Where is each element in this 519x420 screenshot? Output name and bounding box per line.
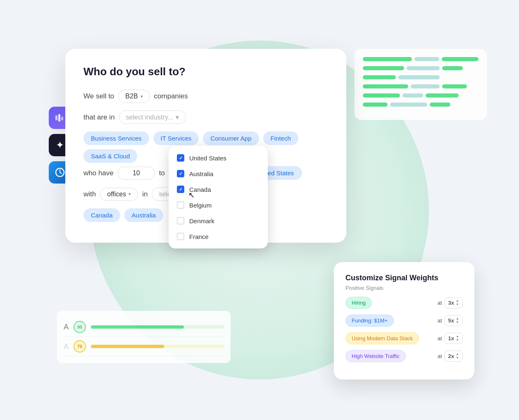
card-title: Who do you sell to?	[83, 65, 328, 78]
tag-fintech[interactable]: Fintech	[263, 131, 298, 145]
row2-prefix: that are in	[83, 113, 115, 122]
row4-in: in	[142, 190, 148, 198]
multiplier-value-hiring: 3x	[448, 300, 454, 306]
location-item-fr[interactable]: France	[169, 229, 268, 244]
row3-middle: to	[159, 169, 165, 177]
up-arrow-funding[interactable]: ▲	[456, 317, 459, 320]
signal-row-data-stack: Using Modern Data Stack at 1x ▲ ▼	[345, 332, 463, 344]
signal-row-traffic: High Website Traffic at 2x ▲ ▼	[345, 350, 463, 362]
at-label-1: at	[438, 300, 442, 306]
multiplier-box-data-stack[interactable]: 1x ▲ ▼	[445, 333, 463, 344]
up-arrow-traffic[interactable]: ▲	[456, 353, 459, 356]
b2b-dropdown[interactable]: B2B ▾	[118, 90, 150, 103]
row1-suffix: companies	[154, 92, 188, 100]
background-bars-panel	[355, 49, 487, 120]
signal-tag-funding[interactable]: Funding: $1M+	[345, 315, 394, 327]
industry-dropdown[interactable]: select industry... ▾	[119, 110, 186, 124]
checkbox-fr[interactable]	[177, 233, 184, 240]
offices-dropdown[interactable]: offices ▾	[100, 188, 138, 201]
location-dropdown-list: United States Australia Canada Belgium D…	[169, 146, 268, 248]
signal-row-funding: Funding: $1M+ at 5x ▲ ▼	[345, 315, 463, 327]
row-industry: that are in select industry... ▾	[83, 110, 328, 124]
cursor: ↖	[188, 191, 195, 200]
svg-rect-2	[61, 117, 63, 120]
signal-row-hiring: Hiring at 3x ▲ ▼	[345, 297, 463, 309]
background-table: A 90 A 75	[57, 311, 231, 363]
checkbox-dk[interactable]	[177, 217, 184, 224]
table-row: A 90	[64, 317, 224, 337]
checkbox-au[interactable]	[177, 170, 184, 177]
signal-weights-card: Customize Signal Weights Positive Signal…	[334, 262, 474, 379]
multiplier-data-stack: at 1x ▲ ▼	[438, 333, 463, 344]
checkbox-be[interactable]	[177, 201, 184, 209]
tag-saas-cloud[interactable]: SaaS & Cloud	[83, 149, 137, 163]
down-arrow-hiring[interactable]: ▼	[456, 303, 459, 306]
tag-australia[interactable]: Australia	[124, 208, 163, 222]
multiplier-arrows-funding[interactable]: ▲ ▼	[456, 317, 459, 324]
multiplier-box-hiring[interactable]: 3x ▲ ▼	[445, 297, 463, 308]
at-label-2: at	[438, 317, 442, 324]
svg-rect-0	[55, 115, 57, 120]
location-item-ca[interactable]: Canada	[169, 181, 268, 197]
checkbox-ca[interactable]	[177, 186, 184, 193]
tag-consumer-app[interactable]: Consumer App	[203, 131, 259, 145]
employee-min-input[interactable]: 10	[118, 167, 155, 180]
tag-business-services[interactable]: Business Services	[83, 131, 149, 145]
up-arrow-hiring[interactable]: ▲	[456, 299, 459, 303]
multiplier-box-funding[interactable]: 5x ▲ ▼	[445, 315, 463, 326]
multiplier-value-funding: 5x	[448, 317, 454, 324]
row1-prefix: We sell to	[83, 92, 114, 100]
row4-prefix: with	[83, 190, 96, 198]
location-label-fr: France	[189, 233, 209, 240]
down-arrow-funding[interactable]: ▼	[456, 321, 459, 324]
signal-card-title: Customize Signal Weights	[345, 274, 463, 282]
multiplier-box-traffic[interactable]: 2x ▲ ▼	[445, 351, 463, 362]
signal-section-label: Positive Signals	[345, 285, 463, 291]
svg-rect-1	[58, 114, 60, 122]
location-item-be[interactable]: Belgium	[169, 197, 268, 213]
multiplier-arrows-data-stack[interactable]: ▲ ▼	[456, 335, 459, 342]
tag-canada[interactable]: Canada	[83, 208, 120, 222]
offices-arrow: ▾	[129, 191, 131, 197]
dropdown-arrow: ▾	[140, 94, 143, 99]
row3-prefix: who have	[83, 169, 114, 177]
multiplier-arrows-traffic[interactable]: ▲ ▼	[456, 353, 459, 360]
table-row: A 75	[64, 337, 224, 356]
multiplier-arrows-hiring[interactable]: ▲ ▼	[456, 299, 459, 306]
at-label-4: at	[438, 353, 442, 359]
location-label-dk: Denmark	[189, 217, 214, 224]
at-label-3: at	[438, 335, 442, 341]
location-item-dk[interactable]: Denmark	[169, 213, 268, 229]
signal-tag-traffic[interactable]: High Website Traffic	[345, 350, 406, 362]
location-label-au: Australia	[189, 170, 213, 177]
multiplier-hiring: at 3x ▲ ▼	[438, 297, 463, 308]
location-label-be: Belgium	[189, 202, 212, 209]
checkbox-us[interactable]	[177, 154, 184, 162]
industry-dropdown-arrow: ▾	[176, 113, 179, 121]
up-arrow-data-stack[interactable]: ▲	[456, 335, 459, 338]
multiplier-traffic: at 2x ▲ ▼	[438, 351, 463, 362]
location-label-us: United States	[189, 155, 226, 162]
signal-tag-hiring[interactable]: Hiring	[345, 297, 372, 309]
location-item-us[interactable]: United States	[169, 150, 268, 166]
multiplier-funding: at 5x ▲ ▼	[438, 315, 463, 326]
down-arrow-data-stack[interactable]: ▼	[456, 339, 459, 342]
tag-it-services[interactable]: IT Services	[153, 131, 199, 145]
row-sell-to: We sell to B2B ▾ companies	[83, 90, 328, 103]
location-item-au[interactable]: Australia	[169, 166, 268, 181]
down-arrow-traffic[interactable]: ▼	[456, 356, 459, 360]
multiplier-value-data-stack: 1x	[448, 335, 454, 341]
signal-tag-data-stack[interactable]: Using Modern Data Stack	[345, 332, 419, 344]
multiplier-value-traffic: 2x	[448, 353, 454, 359]
